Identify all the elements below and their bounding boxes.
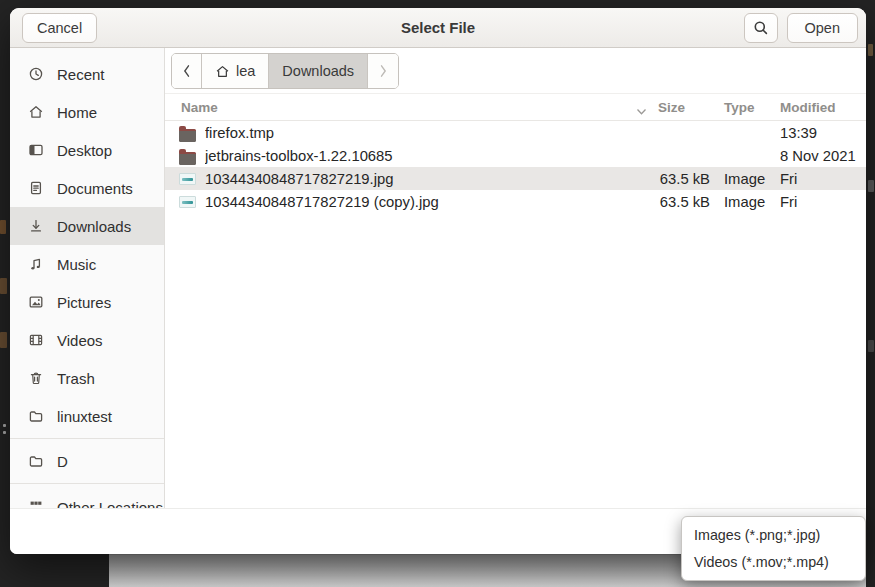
file-chooser-dialog: Cancel Select File Open Recent Home Desk… [10,8,866,554]
back-button[interactable] [172,54,202,88]
image-thumb-icon [179,196,196,208]
file-name: 10344340848717827219 (copy).jpg [205,194,644,210]
open-button[interactable]: Open [787,13,858,43]
trash-icon [28,370,44,386]
file-list: firefox.tmp 13:39 jetbrains-toolbox-1.22… [165,121,866,508]
sidebar-item-label: Downloads [57,218,131,235]
sidebar-item-label: Desktop [57,142,112,159]
table-row[interactable]: jetbrains-toolbox-1.22.10685 8 Nov 2021 [165,144,866,167]
file-pane: lea Downloads Name Size [165,48,866,508]
background-artifact [868,340,874,352]
background-artifact [3,424,6,427]
sidebar-list: Recent Home Desktop Documents Downloads … [10,55,164,508]
sidebar-item-downloads[interactable]: Downloads [10,207,164,245]
background-artifact [868,180,874,192]
folder-icon [28,408,44,424]
file-modified: Fri [772,194,866,210]
sidebar-item-label: Trash [57,370,95,387]
file-modified: 13:39 [772,125,866,141]
document-icon [28,180,44,196]
background-artifact [0,332,7,348]
table-row[interactable]: 10344340848717827219 (copy).jpg 63.5 kB … [165,190,866,213]
background-artifact [3,431,6,434]
sidebar: Recent Home Desktop Documents Downloads … [10,48,165,508]
sidebar-item-d[interactable]: D [10,442,164,480]
music-icon [28,256,44,272]
sidebar-item-label: D [57,453,68,470]
file-filter-popup: Images (*.png;*.jpg) Videos (*.mov;*.mp4… [681,516,866,581]
background-artifact [0,220,6,234]
breadcrumb-current[interactable]: Downloads [269,54,368,88]
breadcrumb-home-label: lea [236,63,255,79]
picture-icon [28,294,44,310]
image-thumb-icon [179,173,196,185]
cancel-button[interactable]: Cancel [22,13,97,43]
folder-icon [179,126,196,140]
column-header-type[interactable]: Type [710,100,772,115]
film-icon [28,332,44,348]
download-icon [28,218,44,234]
sidebar-separator [10,438,164,439]
breadcrumb: lea Downloads [171,53,399,89]
sidebar-item-linuxtest[interactable]: linuxtest [10,397,164,435]
filter-option[interactable]: Images (*.png;*.jpg) [682,521,865,549]
clock-icon [28,66,44,82]
background-artifact [0,278,7,294]
sidebar-item-label: Videos [57,332,103,349]
sidebar-item-videos[interactable]: Videos [10,321,164,359]
chevron-right-icon [379,64,388,78]
column-header-size[interactable]: Size [644,100,710,115]
file-name: firefox.tmp [205,125,644,141]
file-type: Image [710,171,772,187]
sidebar-item-music[interactable]: Music [10,245,164,283]
sidebar-item-trash[interactable]: Trash [10,359,164,397]
table-row[interactable]: 10344340848717827219.jpg 63.5 kB Image F… [165,167,866,190]
breadcrumb-current-label: Downloads [282,63,354,79]
sidebar-item-home[interactable]: Home [10,93,164,131]
file-modified: Fri [772,171,866,187]
magnifier-icon [753,20,769,36]
chevron-left-icon [182,64,191,78]
home-icon [28,104,44,120]
search-button[interactable] [744,13,778,43]
file-name: 10344340848717827219.jpg [205,171,644,187]
file-size: 63.5 kB [644,194,710,210]
desktop-backdrop: { "window": { "title": "Select File", "c… [0,0,875,587]
file-modified: 8 Nov 2021 [772,148,866,164]
dialog-body: Recent Home Desktop Documents Downloads … [10,48,866,508]
file-size: 63.5 kB [644,171,710,187]
sidebar-item-desktop[interactable]: Desktop [10,131,164,169]
breadcrumb-home[interactable]: lea [202,54,269,88]
sidebar-item-label: Recent [57,66,105,83]
dialog-title: Select File [401,19,475,36]
folder-icon [179,149,196,163]
file-name: jetbrains-toolbox-1.22.10685 [205,148,644,164]
sidebar-item-recent[interactable]: Recent [10,55,164,93]
chevron-down-icon [636,104,647,112]
sidebar-item-label: Documents [57,180,133,197]
folder-icon [28,453,44,469]
column-header-name[interactable]: Name [165,100,644,115]
sidebar-item-label: Home [57,104,97,121]
sidebar-item-label: Other Locations [57,499,163,509]
other-locations-icon [28,499,44,508]
background-artifact [868,44,873,56]
sidebar-item-documents[interactable]: Documents [10,169,164,207]
table-row[interactable]: firefox.tmp 13:39 [165,121,866,144]
file-type: Image [710,194,772,210]
forward-button[interactable] [368,54,398,88]
sidebar-item-pictures[interactable]: Pictures [10,283,164,321]
column-header-modified[interactable]: Modified [772,100,866,115]
sidebar-item-label: Music [57,256,96,273]
filter-option[interactable]: Videos (*.mov;*.mp4) [682,549,865,577]
sidebar-item-other-locations[interactable]: Other Locations [10,488,164,508]
desktop-icon [28,142,44,158]
headerbar: Cancel Select File Open [10,8,866,48]
pathbar: lea Downloads [165,48,866,94]
sidebar-item-label: linuxtest [57,408,112,425]
sidebar-separator [10,483,164,484]
sidebar-item-label: Pictures [57,294,111,311]
column-headers: Name Size Type Modified [165,94,866,121]
home-icon [215,64,230,79]
